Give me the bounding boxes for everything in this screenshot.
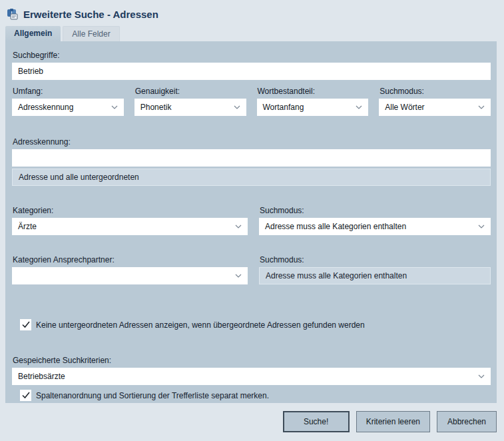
kategorien-value: Ärzte bbox=[18, 222, 37, 231]
adresskennung-scope-value: Adresse und alle untergeordneten bbox=[19, 173, 139, 182]
chevron-down-icon bbox=[111, 105, 118, 109]
kategorien-ansprechpartner-field: Kategorien Ansprechpartner: bbox=[12, 255, 248, 284]
kategorien-row: Kategorien: Ärzte Suchmodus: Adresse mus… bbox=[12, 206, 491, 235]
gespeicherte-suchkriterien-select[interactable]: Betriebsärzte bbox=[12, 368, 491, 385]
untergeordnete-checkbox-label: Keine untergeordneten Adressen anzeigen,… bbox=[36, 320, 365, 330]
gespeicherte-suchkriterien-field: Gespeicherte Suchkriterien: Betriebsärzt… bbox=[12, 356, 491, 385]
suchmodus-label: Suchmodus: bbox=[379, 87, 491, 97]
kategorien-ansprechpartner-label: Kategorien Ansprechpartner: bbox=[13, 255, 248, 265]
adresskennung-label: Adresskennung: bbox=[13, 137, 491, 147]
chevron-down-icon bbox=[235, 224, 242, 228]
spalten-checkbox-label: Spaltenanordnung und Sortierung der Tref… bbox=[36, 391, 269, 400]
tab-allgemein[interactable]: Allgemein bbox=[5, 26, 61, 41]
untergeordnete-checkbox[interactable] bbox=[20, 319, 31, 330]
chevron-down-icon bbox=[356, 105, 362, 109]
umfang-label: Umfang: bbox=[13, 87, 124, 97]
suche-button[interactable]: Suche! bbox=[283, 411, 350, 432]
spalten-checkbox[interactable] bbox=[20, 390, 31, 401]
dialog-titlebar: Erweiterte Suche - Adressen bbox=[0, 0, 504, 23]
tab-panel-allgemein: Suchbegriffe: Umfang: Adresskennung Gena… bbox=[5, 41, 497, 403]
kriterien-leeren-button[interactable]: Kriterien leeren bbox=[356, 411, 430, 432]
genauigkeit-label: Genauigkeit: bbox=[135, 87, 246, 97]
tab-strip: Allgemein Alle Felder bbox=[5, 26, 504, 41]
dialog-footer: Suche! Kriterien leeren Abbrechen bbox=[0, 411, 497, 432]
kategorien-label: Kategorien: bbox=[13, 206, 248, 216]
adresskennung-input[interactable] bbox=[12, 149, 491, 167]
advanced-search-dialog: Erweiterte Suche - Adressen Allgemein Al… bbox=[0, 0, 504, 432]
chevron-down-icon bbox=[478, 105, 485, 109]
suchmodus-value: Alle Wörter bbox=[385, 103, 424, 112]
check-icon bbox=[22, 321, 30, 328]
ansprechpartner-suchmodus-display: Adresse muss alle Kategorien enthalten bbox=[259, 267, 491, 284]
kategorien-suchmodus-select[interactable]: Adresse muss alle Kategorien enthalten bbox=[259, 218, 491, 235]
wortbestandteil-select[interactable]: Wortanfang bbox=[257, 99, 369, 116]
gespeicherte-suchkriterien-value: Betriebsärzte bbox=[18, 372, 65, 381]
adresskennung-field: Adresskennung: Adresse und alle untergeo… bbox=[12, 137, 491, 186]
search-addresses-icon bbox=[7, 9, 18, 20]
ansprechpartner-suchmodus-label: Suchmodus: bbox=[260, 255, 491, 265]
chevron-down-icon bbox=[478, 224, 485, 228]
chevron-down-icon bbox=[478, 374, 485, 378]
suchbegriffe-field: Suchbegriffe: bbox=[12, 51, 491, 80]
genauigkeit-value: Phonetik bbox=[140, 103, 172, 112]
genauigkeit-field: Genauigkeit: Phonetik bbox=[134, 87, 246, 116]
kategorien-suchmodus-field: Suchmodus: Adresse muss alle Kategorien … bbox=[259, 206, 491, 235]
spalten-checkbox-row: Spaltenanordnung und Sortierung der Tref… bbox=[20, 390, 491, 401]
ansprechpartner-row: Kategorien Ansprechpartner: Suchmodus: A… bbox=[12, 255, 491, 284]
kategorien-select[interactable]: Ärzte bbox=[12, 218, 248, 235]
umfang-field: Umfang: Adresskennung bbox=[12, 87, 124, 116]
ansprechpartner-suchmodus-field: Suchmodus: Adresse muss alle Kategorien … bbox=[259, 255, 491, 284]
dialog-title: Erweiterte Suche - Adressen bbox=[23, 9, 158, 20]
genauigkeit-select[interactable]: Phonetik bbox=[134, 99, 246, 116]
ansprechpartner-suchmodus-value: Adresse muss alle Kategorien enthalten bbox=[266, 271, 407, 280]
suchmodus-field: Suchmodus: Alle Wörter bbox=[379, 87, 491, 116]
kategorien-suchmodus-value: Adresse muss alle Kategorien enthalten bbox=[265, 222, 406, 231]
adresskennung-scope-display: Adresse und alle untergeordneten bbox=[12, 169, 491, 186]
wortbestandteil-field: Wortbestandteil: Wortanfang bbox=[257, 87, 369, 116]
umfang-select[interactable]: Adresskennung bbox=[12, 99, 124, 116]
search-options-row: Umfang: Adresskennung Genauigkeit: Phone… bbox=[12, 87, 491, 116]
kategorien-field: Kategorien: Ärzte bbox=[12, 206, 248, 235]
kategorien-suchmodus-label: Suchmodus: bbox=[260, 206, 491, 216]
suchbegriffe-input[interactable] bbox=[12, 63, 491, 80]
suchmodus-select[interactable]: Alle Wörter bbox=[379, 99, 491, 116]
chevron-down-icon bbox=[234, 105, 240, 109]
chevron-down-icon bbox=[235, 274, 242, 278]
umfang-value: Adresskennung bbox=[18, 103, 73, 112]
wortbestandteil-label: Wortbestandteil: bbox=[258, 87, 369, 97]
kategorien-ansprechpartner-select[interactable] bbox=[12, 267, 248, 284]
gespeicherte-suchkriterien-label: Gespeicherte Suchkriterien: bbox=[13, 356, 491, 366]
untergeordnete-checkbox-row: Keine untergeordneten Adressen anzeigen,… bbox=[20, 319, 491, 330]
wortbestandteil-value: Wortanfang bbox=[263, 103, 304, 112]
tab-alle-felder[interactable]: Alle Felder bbox=[63, 26, 119, 41]
check-icon bbox=[22, 392, 30, 399]
suchbegriffe-label: Suchbegriffe: bbox=[13, 51, 491, 61]
abbrechen-button[interactable]: Abbrechen bbox=[437, 411, 497, 432]
